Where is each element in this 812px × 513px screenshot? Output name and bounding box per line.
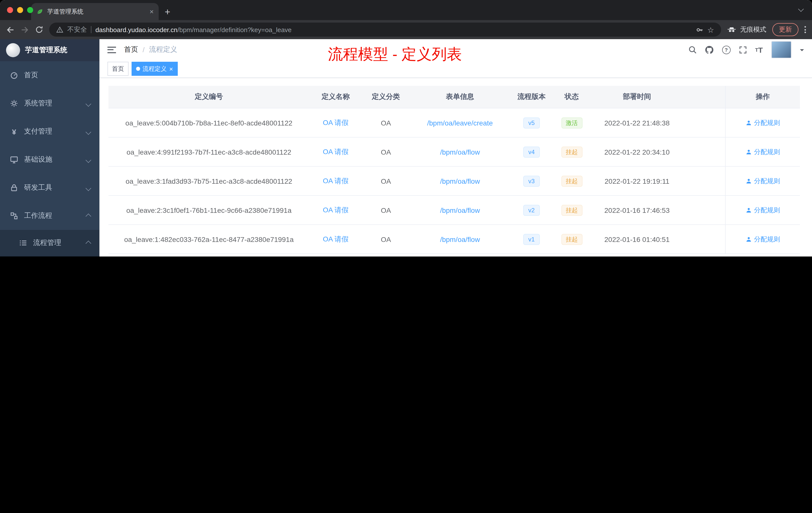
tab-close-icon[interactable]: × (150, 8, 154, 15)
sidebar-item-process-management[interactable]: 流程管理 (0, 230, 99, 256)
deploy-time: 2022-01-22 19:19:11 (590, 167, 684, 195)
definition-name-link[interactable]: OA 请假 (323, 235, 349, 244)
search-icon[interactable] (688, 46, 696, 54)
form-info-link[interactable]: /bpm/oa/flow (440, 206, 480, 214)
column-header: 表单信息 (410, 86, 510, 108)
address-bar[interactable]: 不安全 dashboard.yudao.iocoder.cn/bpm/manag… (49, 23, 721, 37)
fullscreen-icon[interactable] (739, 46, 747, 54)
app-root: 芋道管理系统 首页 系统管理 ¥ 支付管理 (0, 39, 812, 256)
chevron-down-icon (86, 184, 90, 192)
active-dot-icon (136, 67, 140, 71)
sidebar-item-label: 系统管理 (24, 99, 80, 108)
definition-id: oa_leave:4:991f2193-7b7f-11ec-a3c8-acde4… (109, 138, 309, 166)
maximize-window-button[interactable] (27, 7, 33, 13)
sidebar-item-process-form[interactable]: 流程表单 (0, 256, 99, 256)
deploy-time: 2022-01-22 21:48:38 (590, 109, 684, 137)
definition-name-link[interactable]: OA 请假 (323, 176, 349, 185)
status-badge: 挂起 (561, 175, 582, 186)
chevron-down-icon (86, 156, 90, 163)
not-secure-label: 不安全 (67, 25, 87, 34)
table-row: oa_leave:1:482ec033-762a-11ec-8477-a2380… (109, 225, 800, 254)
url-path: /bpm/manager/definition?key=oa_leave (177, 26, 292, 33)
logo-title: 芋道管理系统 (25, 46, 67, 55)
breadcrumb-separator: / (143, 46, 145, 54)
deploy-time: 2022-01-22 20:34:10 (590, 138, 684, 166)
key-icon[interactable] (696, 26, 703, 33)
sidebar-item-system[interactable]: 系统管理 (0, 89, 99, 117)
url-host: dashboard.yudao.iocoder.cn (95, 26, 177, 33)
sidebar-item-payment[interactable]: ¥ 支付管理 (0, 117, 99, 146)
person-icon (746, 120, 752, 126)
reload-button[interactable] (35, 26, 43, 34)
assign-rule-link[interactable]: 分配规则 (746, 176, 780, 185)
form-info-link[interactable]: /bpm/oa/leave/create (427, 119, 493, 127)
deploy-time: 2022-01-16 17:46:53 (590, 196, 684, 224)
status-badge: 挂起 (561, 205, 582, 216)
tab-search-chevron-icon[interactable] (799, 4, 803, 13)
breadcrumb-home[interactable]: 首页 (124, 45, 138, 54)
workflow-icon (10, 212, 18, 220)
browser-tab[interactable]: 芋道管理系统 × (31, 3, 159, 20)
logo-avatar (6, 43, 20, 57)
tag-label: 流程定义 (143, 64, 167, 73)
avatar-caret-icon[interactable] (800, 49, 804, 53)
sidebar-logo[interactable]: 芋道管理系统 (0, 39, 99, 61)
incognito-label: 无痕模式 (740, 25, 766, 34)
person-icon (746, 236, 752, 242)
font-size-icon[interactable]: TT (755, 46, 763, 54)
bookmark-star-icon[interactable]: ☆ (707, 26, 714, 33)
chevron-down-icon (86, 99, 90, 108)
assign-rule-link[interactable]: 分配规则 (746, 235, 780, 244)
assign-rule-link[interactable]: 分配规则 (746, 147, 780, 156)
form-info-link[interactable]: /bpm/oa/flow (440, 235, 480, 243)
assign-rule-link[interactable]: 分配规则 (746, 118, 780, 127)
lock-icon (10, 184, 18, 192)
sidebar-item-workflow[interactable]: 工作流程 (0, 202, 99, 230)
window-controls (7, 7, 33, 13)
column-header: 部署时间 (590, 86, 684, 108)
definition-id: oa_leave:2:3c1f0ef1-76b1-11ec-9c66-a2380… (109, 196, 309, 224)
assign-rule-label: 分配规则 (754, 235, 780, 244)
incognito-badge: 无痕模式 (727, 25, 766, 34)
close-window-button[interactable] (7, 7, 13, 13)
dashboard-icon (10, 71, 18, 79)
sidebar-item-devtools[interactable]: 研发工具 (0, 174, 99, 202)
assign-rule-label: 分配规则 (754, 118, 780, 127)
assign-rule-link[interactable]: 分配规则 (746, 206, 780, 215)
person-icon (746, 178, 752, 184)
definition-name-link[interactable]: OA 请假 (323, 118, 349, 127)
assign-rule-label: 分配规则 (754, 176, 780, 185)
definition-category: OA (362, 138, 410, 166)
new-tab-button[interactable]: + (165, 7, 170, 17)
definition-name-link[interactable]: OA 请假 (323, 206, 349, 215)
sidebar-item-home[interactable]: 首页 (0, 61, 99, 89)
list-icon (19, 239, 27, 247)
gear-icon (10, 99, 18, 108)
tag-home[interactable]: 首页 (108, 62, 128, 76)
help-icon[interactable]: ? (722, 46, 730, 54)
forward-button[interactable] (21, 25, 29, 34)
column-header: 定义分类 (362, 86, 410, 108)
user-avatar[interactable] (771, 41, 791, 58)
update-button[interactable]: 更新 (772, 23, 799, 36)
sidebar-item-label: 工作流程 (24, 211, 80, 220)
hamburger-icon[interactable] (108, 47, 116, 53)
form-info-link[interactable]: /bpm/oa/flow (440, 148, 480, 156)
table-header-row: 定义编号 定义名称 定义分类 表单信息 流程版本 状态 部署时间 操作 (109, 86, 800, 109)
back-button[interactable] (6, 25, 14, 34)
definition-category: OA (362, 225, 410, 253)
minimize-window-button[interactable] (17, 7, 23, 13)
tag-process-definition[interactable]: 流程定义 × (132, 62, 177, 76)
navbar-actions: ? TT (688, 41, 804, 58)
tag-close-icon[interactable]: × (169, 65, 173, 72)
form-info-link[interactable]: /bpm/oa/flow (440, 177, 480, 185)
browser-menu-icon[interactable] (805, 26, 806, 33)
sidebar-item-label: 流程管理 (33, 238, 80, 247)
version-badge: v3 (523, 175, 540, 186)
github-icon[interactable] (705, 46, 713, 54)
definition-name-link[interactable]: OA 请假 (323, 147, 349, 156)
definition-id: oa_leave:3:1fad3d93-7b75-11ec-a3c8-acde4… (109, 167, 309, 195)
column-header: 流程版本 (510, 86, 553, 108)
breadcrumb: 首页 / 流程定义 (124, 45, 177, 54)
sidebar-item-infra[interactable]: 基础设施 (0, 146, 99, 174)
